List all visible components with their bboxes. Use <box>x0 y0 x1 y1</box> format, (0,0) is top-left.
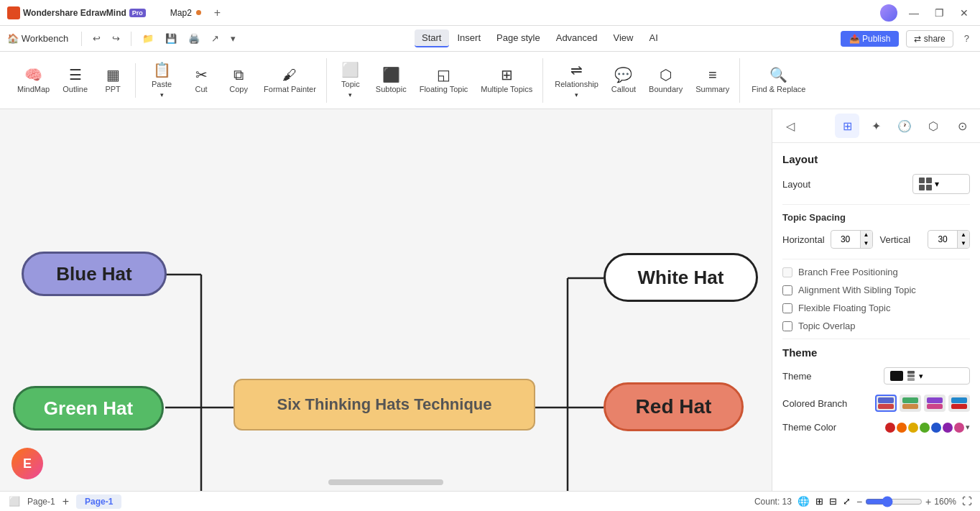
color-yellow[interactable] <box>908 423 918 433</box>
cut-button[interactable]: ✂ Cut <box>183 63 219 98</box>
panel-tab-style[interactable]: ✦ <box>864 114 888 138</box>
color-purple[interactable] <box>943 423 953 433</box>
horizontal-down[interactable]: ▼ <box>860 239 872 248</box>
relationship-button[interactable]: ⇌ Relationship ▾ <box>549 58 604 103</box>
central-node-label: Six Thinking Hats Technique <box>277 395 491 414</box>
floating-topic-button[interactable]: ◱ Floating Topic <box>414 63 474 98</box>
panel-tab-layout[interactable]: ⊞ <box>835 114 859 138</box>
menu-ai[interactable]: AI <box>642 29 665 47</box>
format-painter-button[interactable]: 🖌 Format Painter <box>258 63 322 98</box>
workbench-label[interactable]: 🏠 Workbench <box>7 33 68 44</box>
node-blue-hat[interactable]: Blue Hat <box>22 252 167 296</box>
horizontal-scrollbar[interactable] <box>328 479 443 485</box>
subtopic-button[interactable]: ⬛ Subtopic <box>370 63 412 98</box>
user-avatar[interactable] <box>880 4 897 22</box>
mindmap-button[interactable]: 🧠 MindMap <box>11 63 55 98</box>
color-green[interactable] <box>920 423 930 433</box>
layout-select[interactable]: ▾ <box>912 174 970 194</box>
vertical-up[interactable]: ▲ <box>957 231 969 239</box>
horizontal-up[interactable]: ▲ <box>860 231 872 239</box>
canvas[interactable]: Six Thinking Hats Technique Blue Hat Gre… <box>0 109 772 491</box>
menu-insert[interactable]: Insert <box>450 29 489 47</box>
find-replace-button[interactable]: 🔍 Find & Replace <box>746 63 811 98</box>
undo-button[interactable]: ↩ <box>89 32 104 45</box>
menu-advanced[interactable]: Advanced <box>549 29 605 47</box>
panel-collapse-button[interactable]: ◁ <box>778 114 803 138</box>
close-button[interactable]: ✕ <box>956 6 973 20</box>
count-label: Count: 13 <box>754 497 792 507</box>
export-button[interactable]: ↗ <box>208 32 223 45</box>
redo-button[interactable]: ↪ <box>108 32 124 45</box>
add-tab-button[interactable]: + <box>214 6 221 19</box>
format-painter-icon: 🖌 <box>282 68 297 82</box>
panel-tab-more[interactable]: ⊙ <box>950 114 974 138</box>
share-button[interactable]: ⇄ share <box>906 30 953 47</box>
branch-free-checkbox[interactable] <box>782 267 792 277</box>
alignment-label: Alignment With Sibling Topic <box>798 285 916 295</box>
print-button[interactable]: 🖨️ <box>185 32 203 45</box>
help-button[interactable]: ? <box>961 32 973 45</box>
status-icon-3[interactable]: ⊟ <box>829 496 837 507</box>
branch-option-4[interactable] <box>948 395 970 412</box>
overlap-checkbox[interactable] <box>782 321 792 331</box>
ppt-button[interactable]: ▦ PPT <box>95 63 131 98</box>
boundary-button[interactable]: ⬡ Boundary <box>643 63 688 98</box>
menu-start[interactable]: Start <box>415 29 448 47</box>
topic-button[interactable]: ⬜ Topic ▾ <box>333 58 369 103</box>
callout-button[interactable]: 💬 Callout <box>606 63 642 98</box>
menu-page-style[interactable]: Page style <box>489 29 547 47</box>
horizontal-value[interactable]: 30 <box>831 232 860 247</box>
left-tools: 🏠 Workbench ↩ ↪ 📁 💾 🖨️ ↗ ▾ <box>7 32 239 46</box>
zoom-slider[interactable] <box>865 496 923 507</box>
copy-button[interactable]: ⧉ Copy <box>221 63 256 98</box>
node-green-hat[interactable]: Green Hat <box>13 386 164 431</box>
panel-tab-history[interactable]: 🕐 <box>892 114 917 138</box>
node-red-hat[interactable]: Red Hat <box>604 382 744 431</box>
page-label: Page-1 <box>27 497 55 507</box>
open-button[interactable]: 📁 <box>139 32 157 45</box>
publish-button[interactable]: 📤 Publish <box>841 31 900 47</box>
outline-icon: ☰ <box>69 68 82 82</box>
multiple-topics-button[interactable]: ⊞ Multiple Topics <box>475 63 538 98</box>
status-icon-1[interactable]: 🌐 <box>798 496 810 507</box>
outline-button[interactable]: ☰ Outline <box>57 63 93 98</box>
menu-bar: 🏠 Workbench ↩ ↪ 📁 💾 🖨️ ↗ ▾ Start Insert … <box>0 26 980 52</box>
node-white-hat[interactable]: White Hat <box>604 253 758 302</box>
vertical-input[interactable]: 30 ▲ ▼ <box>928 230 970 249</box>
theme-color-strip[interactable]: ▾ <box>885 423 970 433</box>
summary-button[interactable]: ≡ Summary <box>690 63 735 98</box>
vertical-value[interactable]: 30 <box>928 232 957 247</box>
zoom-out-button[interactable]: − <box>856 496 862 507</box>
paste-button[interactable]: 📋 Paste ▾ <box>142 58 182 103</box>
maximize-button[interactable]: ❐ <box>930 6 948 20</box>
fit-page-button[interactable]: ⤢ <box>843 496 851 507</box>
add-page-button[interactable]: + <box>63 495 69 508</box>
colored-branch-row: Colored Branch <box>782 395 970 412</box>
color-blue[interactable] <box>931 423 941 433</box>
branch-option-2[interactable] <box>900 395 921 412</box>
theme-preview[interactable]: ▾ <box>884 367 970 385</box>
central-node[interactable]: Six Thinking Hats Technique <box>234 379 535 431</box>
fullscreen-button[interactable]: ⛶ <box>962 496 971 507</box>
theme-label: Theme <box>782 371 884 382</box>
more-tools-button[interactable]: ▾ <box>227 32 239 45</box>
flexible-checkbox[interactable] <box>782 303 792 313</box>
color-red[interactable] <box>885 423 895 433</box>
color-pink[interactable] <box>954 423 964 433</box>
save-button[interactable]: 💾 <box>162 32 180 45</box>
tab-map2[interactable]: Map2 <box>160 5 211 21</box>
alignment-checkbox[interactable] <box>782 285 792 295</box>
page-tab-1[interactable]: Page-1 <box>76 494 121 509</box>
vertical-down[interactable]: ▼ <box>957 239 969 248</box>
minimize-button[interactable]: — <box>905 6 923 20</box>
branch-option-3[interactable] <box>924 395 946 412</box>
horizontal-input[interactable]: 30 ▲ ▼ <box>831 230 873 249</box>
zoom-in-button[interactable]: + <box>925 496 931 507</box>
branch-option-1[interactable] <box>875 395 897 412</box>
zoom-level: 160% <box>934 497 956 507</box>
toggle-panel-button[interactable]: ⬜ <box>9 496 20 507</box>
panel-tab-theme[interactable]: ⬡ <box>921 114 946 138</box>
menu-view[interactable]: View <box>606 29 641 47</box>
status-icon-2[interactable]: ⊞ <box>815 496 823 507</box>
color-orange[interactable] <box>897 423 907 433</box>
